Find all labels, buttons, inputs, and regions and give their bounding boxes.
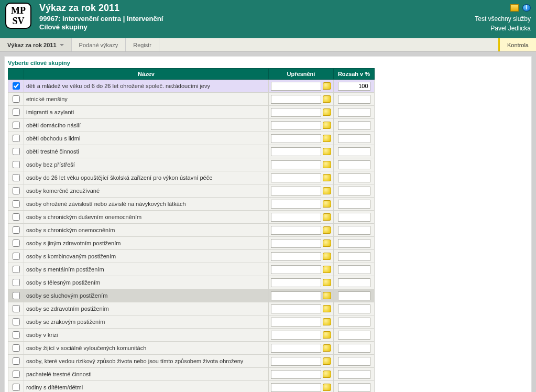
row-checkbox[interactable] [13, 148, 20, 155]
row-checkbox[interactable] [13, 174, 20, 181]
upresneni-input[interactable] [271, 331, 321, 340]
upresneni-input[interactable] [271, 304, 321, 313]
row-checkbox[interactable] [13, 161, 20, 168]
rozsah-input[interactable] [338, 239, 370, 248]
upresneni-input[interactable] [271, 173, 321, 182]
note-icon[interactable] [323, 239, 331, 247]
rozsah-input[interactable] [338, 226, 370, 235]
rozsah-input[interactable] [338, 200, 370, 209]
note-icon[interactable] [323, 187, 331, 194]
note-icon[interactable] [323, 384, 331, 391]
rozsah-input[interactable] [338, 108, 370, 117]
rozsah-input[interactable] [338, 160, 370, 169]
upresneni-input[interactable] [271, 226, 321, 235]
note-icon[interactable] [323, 305, 331, 312]
upresneni-input[interactable] [271, 278, 321, 287]
mail-icon[interactable] [510, 4, 519, 12]
upresneni-input[interactable] [271, 147, 321, 156]
rozsah-input[interactable] [338, 278, 370, 287]
note-icon[interactable] [323, 213, 331, 221]
row-checkbox[interactable] [13, 279, 20, 286]
rozsah-input[interactable] [338, 265, 370, 274]
tab-podane[interactable]: Podané výkazy [72, 38, 126, 51]
upresneni-input[interactable] [271, 318, 321, 326]
note-icon[interactable] [323, 357, 331, 365]
tab-kontrola[interactable]: Kontrola [498, 38, 536, 51]
upresneni-input[interactable] [271, 252, 321, 261]
rozsah-input[interactable] [338, 134, 370, 143]
tab-registr[interactable]: Registr [126, 38, 159, 51]
note-icon[interactable] [323, 174, 331, 181]
note-icon[interactable] [323, 253, 331, 260]
upresneni-input[interactable] [271, 200, 321, 209]
note-icon[interactable] [323, 135, 331, 142]
note-icon[interactable] [323, 95, 331, 103]
note-icon[interactable] [323, 371, 331, 378]
row-checkbox[interactable] [13, 200, 20, 208]
row-checkbox[interactable] [13, 384, 20, 391]
note-icon[interactable] [323, 148, 331, 155]
rozsah-input[interactable] [338, 95, 370, 104]
row-checkbox[interactable] [13, 292, 20, 299]
note-icon[interactable] [323, 331, 331, 339]
note-icon[interactable] [323, 318, 331, 325]
row-checkbox[interactable] [13, 357, 20, 365]
upresneni-input[interactable] [271, 370, 321, 379]
row-checkbox[interactable] [13, 122, 20, 129]
upresneni-input[interactable] [271, 95, 321, 104]
rozsah-input[interactable] [338, 331, 370, 340]
upresneni-input[interactable] [271, 134, 321, 143]
note-icon[interactable] [323, 161, 331, 168]
row-checkbox[interactable] [13, 318, 20, 325]
note-icon[interactable] [323, 200, 331, 208]
row-checkbox[interactable] [13, 266, 20, 273]
upresneni-input[interactable] [271, 160, 321, 169]
rozsah-input[interactable] [338, 187, 370, 195]
rozsah-input[interactable] [338, 252, 370, 261]
rozsah-input[interactable] [338, 383, 370, 392]
upresneni-input[interactable] [271, 291, 321, 300]
rozsah-input[interactable] [338, 173, 370, 182]
tab-vykaz[interactable]: Výkaz za rok 2011 [0, 38, 72, 51]
note-icon[interactable] [323, 344, 331, 352]
row-checkbox[interactable] [13, 135, 20, 142]
note-icon[interactable] [323, 82, 331, 90]
note-icon[interactable] [323, 292, 331, 299]
upresneni-input[interactable] [271, 239, 321, 248]
row-checkbox[interactable] [13, 213, 20, 221]
rozsah-input[interactable] [338, 304, 370, 313]
upresneni-input[interactable] [271, 357, 321, 366]
row-checkbox[interactable] [13, 108, 20, 116]
rozsah-input[interactable] [338, 370, 370, 379]
note-icon[interactable] [323, 266, 331, 273]
upresneni-input[interactable] [271, 383, 321, 392]
note-icon[interactable] [323, 279, 331, 286]
row-checkbox[interactable] [13, 82, 20, 90]
upresneni-input[interactable] [271, 344, 321, 353]
rozsah-input[interactable] [338, 318, 370, 326]
rozsah-input[interactable] [338, 344, 370, 353]
row-checkbox[interactable] [13, 371, 20, 378]
rozsah-input[interactable] [338, 82, 370, 91]
note-icon[interactable] [323, 226, 331, 234]
rozsah-input[interactable] [338, 213, 370, 222]
row-checkbox[interactable] [13, 239, 20, 247]
info-icon[interactable]: i [522, 4, 531, 12]
upresneni-input[interactable] [271, 108, 321, 117]
rozsah-input[interactable] [338, 357, 370, 366]
row-checkbox[interactable] [13, 253, 20, 260]
note-icon[interactable] [323, 122, 331, 129]
upresneni-input[interactable] [271, 213, 321, 222]
upresneni-input[interactable] [271, 121, 321, 130]
row-checkbox[interactable] [13, 305, 20, 312]
row-checkbox[interactable] [13, 344, 20, 352]
row-checkbox[interactable] [13, 95, 20, 103]
note-icon[interactable] [323, 108, 331, 116]
rozsah-input[interactable] [338, 291, 370, 300]
rozsah-input[interactable] [338, 121, 370, 130]
upresneni-input[interactable] [271, 187, 321, 195]
upresneni-input[interactable] [271, 82, 321, 91]
row-checkbox[interactable] [13, 331, 20, 339]
upresneni-input[interactable] [271, 265, 321, 274]
row-checkbox[interactable] [13, 226, 20, 234]
